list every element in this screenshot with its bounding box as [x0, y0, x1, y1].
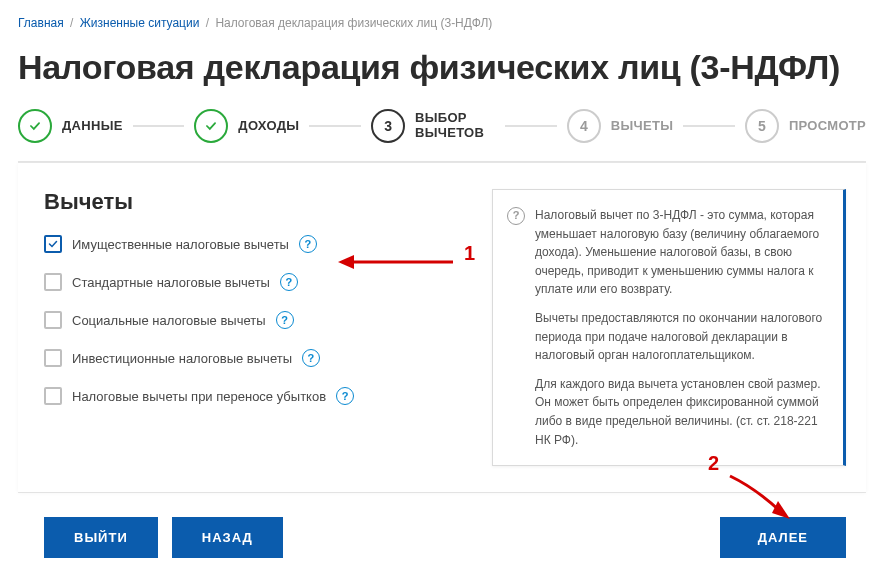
breadcrumb-situations[interactable]: Жизненные ситуации [80, 16, 200, 30]
step-deductions[interactable]: 4 ВЫЧЕТЫ [567, 109, 673, 143]
step-preview[interactable]: 5 ПРОСМОТР [745, 109, 866, 143]
info-text: Налоговый вычет по 3-НДФЛ - это сумма, к… [535, 206, 827, 449]
help-icon[interactable]: ? [336, 387, 354, 405]
step-income[interactable]: ДОХОДЫ [194, 109, 299, 143]
checkbox-label: Имущественные налоговые вычеты [72, 237, 289, 252]
exit-button[interactable]: ВЫЙТИ [44, 517, 158, 558]
checkbox-property[interactable] [44, 235, 62, 253]
checkbox-label: Налоговые вычеты при переносе убытков [72, 389, 326, 404]
step-number: 3 [371, 109, 405, 143]
breadcrumb-current: Налоговая декларация физических лиц (3-Н… [215, 16, 492, 30]
step-deduction-select[interactable]: 3 ВЫБОР ВЫЧЕТОВ [371, 109, 495, 143]
checkbox-row-social: Социальные налоговые вычеты ? [44, 311, 464, 329]
step-label: ВЫЧЕТЫ [611, 119, 673, 134]
annotation-label-1: 1 [464, 242, 475, 265]
info-paragraph: Вычеты предоставляются по окончании нало… [535, 309, 827, 365]
page-title: Налоговая декларация физических лиц (3-Н… [18, 48, 866, 87]
help-icon[interactable]: ? [280, 273, 298, 291]
info-column: ? Налоговый вычет по 3-НДФЛ - это сумма,… [492, 189, 846, 466]
breadcrumb-home[interactable]: Главная [18, 16, 64, 30]
checkbox-investment[interactable] [44, 349, 62, 367]
step-label: ДОХОДЫ [238, 119, 299, 134]
button-row: ВЫЙТИ НАЗАД ДАЛЕЕ [18, 492, 866, 576]
step-connector [505, 125, 557, 127]
checkbox-label: Стандартные налоговые вычеты [72, 275, 270, 290]
checkbox-loss[interactable] [44, 387, 62, 405]
stepper: ДАННЫЕ ДОХОДЫ 3 ВЫБОР ВЫЧЕТОВ 4 ВЫЧЕТЫ 5… [18, 109, 866, 162]
check-icon [194, 109, 228, 143]
check-icon [18, 109, 52, 143]
breadcrumb: Главная / Жизненные ситуации / Налоговая… [18, 16, 866, 30]
checkbox-row-property: Имущественные налоговые вычеты ? [44, 235, 464, 253]
step-connector [309, 125, 361, 127]
info-paragraph: Для каждого вида вычета установлен свой … [535, 375, 827, 449]
checkbox-label: Инвестиционные налоговые вычеты [72, 351, 292, 366]
breadcrumb-sep: / [206, 16, 209, 30]
info-icon: ? [507, 207, 525, 225]
breadcrumb-sep: / [70, 16, 73, 30]
page-container: Главная / Жизненные ситуации / Налоговая… [0, 0, 884, 584]
step-data[interactable]: ДАННЫЕ [18, 109, 123, 143]
next-button[interactable]: ДАЛЕЕ [720, 517, 846, 558]
step-number: 4 [567, 109, 601, 143]
step-number: 5 [745, 109, 779, 143]
checkbox-row-standard: Стандартные налоговые вычеты ? [44, 273, 464, 291]
info-box: ? Налоговый вычет по 3-НДФЛ - это сумма,… [492, 189, 846, 466]
step-label: ПРОСМОТР [789, 119, 866, 134]
help-icon[interactable]: ? [299, 235, 317, 253]
main-panel: Вычеты Имущественные налоговые вычеты ? … [18, 162, 866, 492]
section-title: Вычеты [44, 189, 464, 215]
step-connector [133, 125, 185, 127]
checkbox-label: Социальные налоговые вычеты [72, 313, 266, 328]
help-icon[interactable]: ? [302, 349, 320, 367]
step-label: ВЫБОР ВЫЧЕТОВ [415, 111, 495, 141]
checkbox-row-loss: Налоговые вычеты при переносе убытков ? [44, 387, 464, 405]
step-label: ДАННЫЕ [62, 119, 123, 134]
help-icon[interactable]: ? [276, 311, 294, 329]
checkbox-row-investment: Инвестиционные налоговые вычеты ? [44, 349, 464, 367]
info-paragraph: Налоговый вычет по 3-НДФЛ - это сумма, к… [535, 206, 827, 299]
checkbox-standard[interactable] [44, 273, 62, 291]
checkbox-social[interactable] [44, 311, 62, 329]
back-button[interactable]: НАЗАД [172, 517, 283, 558]
step-connector [683, 125, 735, 127]
deductions-column: Вычеты Имущественные налоговые вычеты ? … [44, 189, 464, 466]
